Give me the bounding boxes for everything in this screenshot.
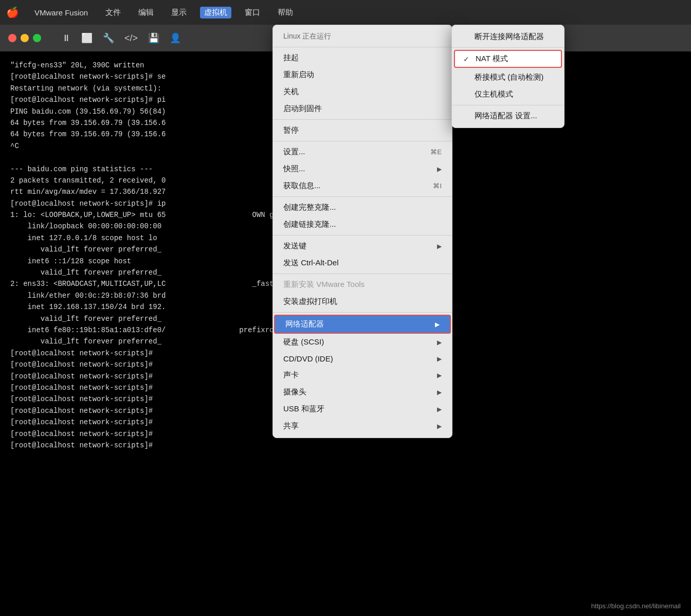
- toolbar-icons: ⏸ ⬜ 🔧 </> 💾 👤: [62, 32, 181, 44]
- menubar-edit[interactable]: 编辑: [134, 7, 158, 19]
- submenu-hostonly[interactable]: 仅主机模式: [452, 86, 564, 103]
- terminal-line-34: [root@localhost network-scripts]#: [10, 440, 681, 451]
- menu-header: Linux 正在运行: [273, 28, 452, 45]
- camera-arrow: ▶: [437, 389, 442, 396]
- usbbluetooth-arrow: ▶: [437, 406, 442, 413]
- traffic-lights: [8, 34, 41, 42]
- menubar-window[interactable]: 窗口: [241, 7, 264, 19]
- url-bar: https://blog.csdn.net/libinemail: [591, 602, 681, 610]
- submenu-bridge[interactable]: 桥接模式 (自动检测): [452, 69, 564, 86]
- menubar-file[interactable]: 文件: [101, 7, 125, 19]
- menu-divider-5: [273, 235, 452, 235]
- menu-item-sendctrlaltdel[interactable]: 发送 Ctrl-Alt-Del: [273, 255, 452, 271]
- sendkey-arrow: ▶: [437, 243, 442, 250]
- menu-item-snapshots[interactable]: 快照... ▶: [273, 160, 452, 177]
- pause-icon[interactable]: ⏸: [62, 33, 71, 44]
- drive-icon[interactable]: 💾: [148, 32, 159, 44]
- menu-divider-1: [273, 47, 452, 47]
- submenu-divider-2: [452, 105, 564, 105]
- maximize-button[interactable]: [33, 34, 41, 42]
- submenu-divider-1: [452, 47, 564, 48]
- menubar-vmwarefusion[interactable]: VMware Fusion: [30, 7, 92, 18]
- menu-item-share[interactable]: 共享 ▶: [273, 418, 452, 434]
- disconnect-checkmark: [462, 33, 470, 41]
- menu-item-suspend[interactable]: 挂起: [273, 49, 452, 66]
- menu-divider-6: [273, 274, 452, 274]
- menu-item-sendkey[interactable]: 发送键 ▶: [273, 238, 452, 255]
- menu-item-getinfo[interactable]: 获取信息... ⌘I: [273, 177, 452, 194]
- harddisk-arrow: ▶: [437, 339, 442, 346]
- submenu-nat-mode[interactable]: ✓ NAT 模式: [454, 50, 562, 68]
- bridge-checkmark: [462, 74, 470, 82]
- snapshots-arrow: ▶: [437, 166, 442, 173]
- menu-item-usbbluetooth[interactable]: USB 和蓝牙 ▶: [273, 401, 452, 418]
- menu-item-reinstalltools: 重新安装 VMware Tools: [273, 276, 452, 293]
- minimize-button[interactable]: [21, 34, 29, 42]
- snapshot-icon[interactable]: ⬜: [81, 32, 93, 44]
- share-arrow: ▶: [437, 423, 442, 430]
- menubar: 🍎 VMware Fusion 文件 编辑 显示 虚拟机 窗口 帮助: [0, 0, 691, 25]
- cddvd-arrow: ▶: [437, 355, 442, 363]
- menubar-view[interactable]: 显示: [167, 7, 191, 19]
- network-adapter-submenu: 断开连接网络适配器 ✓ NAT 模式 桥接模式 (自动检测) 仅主机模式 网络适…: [451, 25, 565, 128]
- code-icon[interactable]: </>: [124, 33, 138, 44]
- menu-item-settings[interactable]: 设置... ⌘E: [273, 143, 452, 160]
- menu-item-harddisk[interactable]: 硬盘 (SCSI) ▶: [273, 334, 452, 351]
- submenu-disconnect[interactable]: 断开连接网络适配器: [452, 28, 564, 45]
- networkadapter-arrow: ▶: [435, 321, 440, 328]
- vm-menu: Linux 正在运行 挂起 重新启动 关机 启动到固件 暂停 设置... ⌘E …: [272, 25, 452, 438]
- menu-item-restart[interactable]: 重新启动: [273, 66, 452, 83]
- menu-divider-7: [273, 312, 452, 313]
- soundcard-arrow: ▶: [437, 372, 442, 379]
- menu-item-fullclone[interactable]: 创建完整克隆...: [273, 199, 452, 216]
- menu-item-networkadapter[interactable]: 网络适配器 ▶: [274, 315, 451, 334]
- menu-item-pause[interactable]: 暂停: [273, 122, 452, 139]
- adapter-settings-checkmark: [462, 112, 470, 120]
- menubar-vm[interactable]: 虚拟机: [200, 7, 231, 19]
- settings-shortcut: ⌘E: [430, 148, 442, 156]
- menu-divider-2: [273, 119, 452, 120]
- getinfo-shortcut: ⌘I: [433, 182, 442, 190]
- menu-item-installprinter[interactable]: 安装虚拟打印机: [273, 293, 452, 310]
- menu-divider-3: [273, 141, 452, 141]
- profile-icon[interactable]: 👤: [170, 32, 181, 44]
- menu-item-shutdown[interactable]: 关机: [273, 83, 452, 100]
- hostonly-checkmark: [462, 90, 470, 99]
- menu-item-soundcard[interactable]: 声卡 ▶: [273, 367, 452, 384]
- submenu-adapter-settings[interactable]: 网络适配器 设置...: [452, 107, 564, 124]
- menu-item-linkclone[interactable]: 创建链接克隆...: [273, 216, 452, 233]
- menubar-help[interactable]: 帮助: [274, 7, 297, 19]
- nat-checkmark: ✓: [463, 55, 471, 63]
- menu-item-camera[interactable]: 摄像头 ▶: [273, 384, 452, 401]
- close-button[interactable]: [8, 34, 16, 42]
- menu-divider-4: [273, 196, 452, 197]
- menu-item-cddvd[interactable]: CD/DVD (IDE) ▶: [273, 351, 452, 367]
- menu-item-firmware[interactable]: 启动到固件: [273, 100, 452, 117]
- apple-menu-icon[interactable]: 🍎: [6, 6, 19, 19]
- settings-icon[interactable]: 🔧: [103, 32, 114, 44]
